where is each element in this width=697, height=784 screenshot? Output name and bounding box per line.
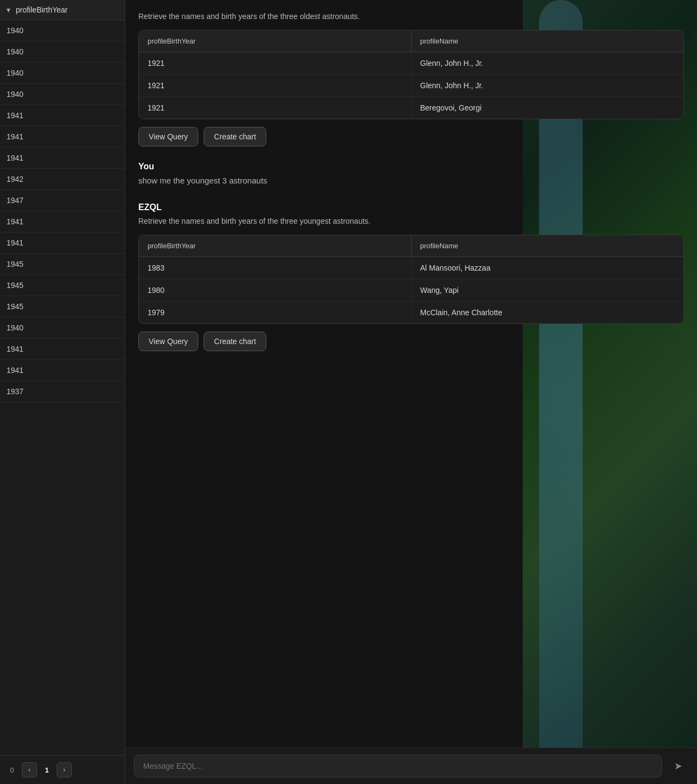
cell-year: 1921 [139, 52, 412, 74]
row-value: 1941 [7, 345, 23, 353]
row-value: 1947 [7, 196, 23, 205]
table-row: 1940 [0, 41, 125, 63]
cell-year: 1979 [139, 302, 412, 323]
table-row: 1941 [0, 148, 125, 169]
first-table-col1-header: profileBirthYear [139, 30, 412, 52]
cell-name: Beregovoi, Georgi [412, 97, 684, 119]
table-row: 1979 McClain, Anne Charlotte [139, 302, 683, 323]
table-row: 1921 Glenn, John H., Jr. [139, 75, 683, 97]
row-value: 1940 [7, 69, 23, 77]
row-value: 1945 [7, 260, 23, 268]
you-message: show me the youngest 3 astronauts [138, 175, 684, 187]
second-ezql-description: Retrieve the names and birth years of th… [138, 216, 684, 227]
row-value: 1941 [7, 154, 23, 162]
cell-year: 1921 [139, 97, 412, 119]
cell-name: Al Mansoori, Hazzaa [412, 257, 684, 279]
cell-year: 1983 [139, 257, 412, 279]
table-row: 1937 [0, 381, 125, 402]
row-value: 1942 [7, 175, 23, 183]
first-ezql-block: Retrieve the names and birth years of th… [138, 11, 684, 146]
second-table-col1-header: profileBirthYear [139, 235, 412, 256]
chevron-down-icon[interactable]: ▾ [7, 5, 10, 14]
row-value: 1941 [7, 132, 23, 141]
table-row: 1941 [0, 105, 125, 126]
row-value: 1937 [7, 387, 23, 396]
table-row: 1945 [0, 254, 125, 275]
row-value: 1940 [7, 26, 23, 35]
row-value: 1945 [7, 302, 23, 311]
second-result-table: profileBirthYear profileName 1983 Al Man… [138, 235, 684, 324]
second-ezql-label: EZQL [138, 203, 684, 212]
table-row: 1945 [0, 296, 125, 317]
table-row: 1940 [0, 317, 125, 339]
row-value: 1940 [7, 323, 23, 332]
first-table-header: profileBirthYear profileName [139, 30, 683, 52]
table-row: 1945 [0, 275, 125, 296]
second-action-buttons: View Query Create chart [138, 332, 684, 351]
row-value: 1941 [7, 111, 23, 120]
table-row: 1941 [0, 211, 125, 232]
table-row: 1940 [0, 84, 125, 105]
first-result-table: profileBirthYear profileName 1921 Glenn,… [138, 30, 684, 119]
table-row: 1980 Wang, Yapi [139, 279, 683, 302]
table-row: 1941 [0, 360, 125, 381]
second-create-chart-button[interactable]: Create chart [204, 332, 266, 351]
send-button[interactable]: ➤ [668, 756, 688, 776]
table-row: 1941 [0, 126, 125, 148]
left-data-panel: ▾ profileBirthYear 194019401940194019411… [0, 0, 125, 784]
cell-name: Glenn, John H., Jr. [412, 75, 684, 96]
row-value: 1940 [7, 90, 23, 99]
message-input-area: ➤ [125, 748, 697, 784]
second-view-query-button[interactable]: View Query [138, 332, 198, 351]
you-section: You show me the youngest 3 astronauts [138, 162, 684, 187]
table-row: 1942 [0, 169, 125, 190]
second-table-col2-header: profileName [412, 235, 684, 256]
row-value: 1945 [7, 281, 23, 290]
table-row: 1940 [0, 63, 125, 84]
cell-name: McClain, Anne Charlotte [412, 302, 684, 323]
next-page-button[interactable]: › [57, 762, 72, 777]
message-input[interactable] [134, 755, 662, 777]
table-row: 1947 [0, 190, 125, 211]
table-row: 1940 [0, 20, 125, 41]
you-label: You [138, 162, 684, 171]
table-row: 1983 Al Mansoori, Hazzaa [139, 257, 683, 279]
second-ezql-block: EZQL Retrieve the names and birth years … [138, 203, 684, 351]
first-view-query-button[interactable]: View Query [138, 127, 198, 146]
prev-page-button[interactable]: ‹ [22, 762, 37, 777]
page-zero: 0 [7, 766, 17, 774]
table-row: 1941 [0, 232, 125, 254]
second-table-header: profileBirthYear profileName [139, 235, 683, 257]
row-value: 1941 [7, 238, 23, 247]
row-value: 1940 [7, 47, 23, 56]
cell-name: Glenn, John H., Jr. [412, 52, 684, 74]
birth-year-column-header: profileBirthYear [16, 5, 68, 14]
first-ezql-description: Retrieve the names and birth years of th… [138, 11, 684, 22]
current-page: 1 [41, 766, 52, 774]
pagination-controls: 0 ‹ 1 › [0, 755, 125, 784]
data-rows-container: 1940194019401940194119411941194219471941… [0, 20, 125, 755]
row-value: 1941 [7, 366, 23, 375]
table-row: 1921 Glenn, John H., Jr. [139, 52, 683, 75]
cell-name: Wang, Yapi [412, 279, 684, 301]
first-create-chart-button[interactable]: Create chart [204, 127, 266, 146]
cell-year: 1980 [139, 279, 412, 301]
first-table-col2-header: profileName [412, 30, 684, 52]
table-row: 1941 [0, 339, 125, 360]
table-row: 1921 Beregovoi, Georgi [139, 97, 683, 119]
chat-scroll-area[interactable]: Retrieve the names and birth years of th… [125, 0, 697, 748]
chat-panel: Retrieve the names and birth years of th… [125, 0, 697, 784]
row-value: 1941 [7, 217, 23, 226]
first-action-buttons: View Query Create chart [138, 127, 684, 146]
column-header-row: ▾ profileBirthYear [0, 0, 125, 20]
cell-year: 1921 [139, 75, 412, 96]
